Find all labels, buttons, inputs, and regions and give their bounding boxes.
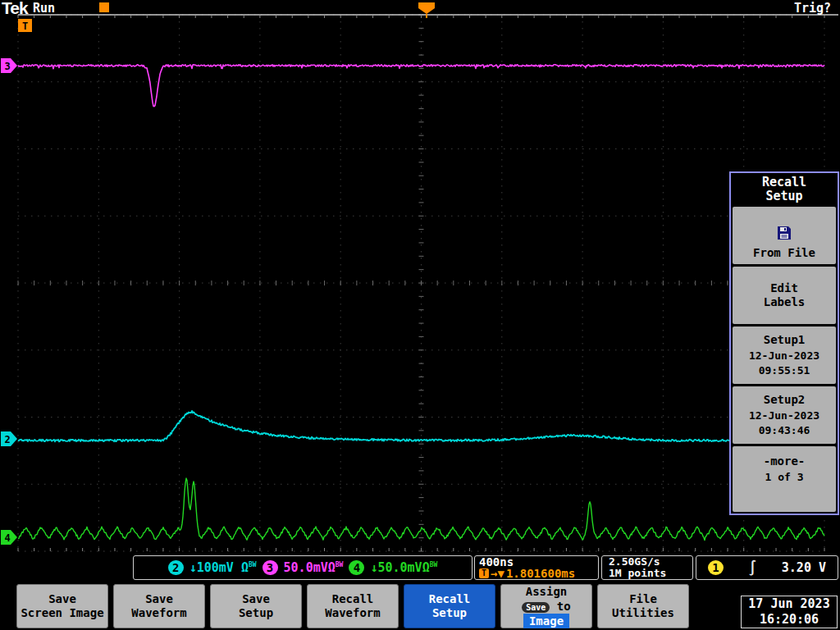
side-menu-setup1-button[interactable]: Setup1 12-Jun-2023 09:55:51 (733, 326, 836, 384)
timebase-scale: 400ns (479, 556, 514, 568)
sample-rate: 2.50GS/s (609, 556, 660, 568)
acquisition-status: Run (33, 1, 55, 16)
rising-edge-icon: ∫ (748, 559, 756, 576)
graticule (18, 15, 838, 551)
trigger-level: 3.20 V (782, 560, 826, 575)
acquisition-readout: 2.50GS/s 1M points (601, 555, 693, 580)
side-menu-edit-labels-button[interactable]: Edit Labels (733, 267, 836, 324)
save-waveform-button[interactable]: Save Waveform (113, 584, 205, 628)
save-setup-button[interactable]: Save Setup (210, 584, 302, 628)
acquisition-marker-icon (99, 2, 109, 12)
datetime-display: 17 Jun 2023 16:20:06 (741, 596, 838, 628)
tek-logo: Tek (2, 0, 28, 18)
save-screen-image-button[interactable]: Save Screen Image (16, 584, 108, 628)
setup1-date: 12-Jun-2023 (749, 349, 819, 363)
ch2-marker[interactable]: 2 (1, 431, 17, 446)
assign-target: Image (523, 614, 569, 628)
ch3-waveform (18, 65, 824, 107)
trigger-source-badge[interactable]: 1 (708, 560, 724, 575)
ch2-badge[interactable]: 2 (168, 560, 184, 575)
trigger-status: Trig? (794, 1, 831, 16)
svg-text:4: 4 (4, 532, 10, 544)
svg-text:3: 3 (4, 61, 10, 72)
recall-waveform-button[interactable]: Recall Waveform (307, 584, 399, 628)
ch4-marker[interactable]: 4 (1, 530, 17, 545)
waveforms (18, 65, 824, 541)
ch4-badge[interactable]: 4 (349, 560, 364, 575)
save-key-icon: Save (522, 602, 550, 613)
assign-line1: Assign (526, 584, 568, 599)
ch4-scale: ↓50.0mVΩBW (370, 560, 437, 575)
side-menu-recall-setup: Recall Setup From File Edit Labels Setup… (729, 171, 839, 515)
floppy-disk-icon (776, 211, 792, 244)
assign-line2: Save to (522, 599, 570, 614)
date-label: 17 Jun 2023 (748, 596, 829, 612)
record-length: 1M points (609, 568, 666, 579)
trigger-level-flag[interactable]: T (18, 19, 32, 32)
file-utilities-button[interactable]: File Utilities (597, 584, 689, 628)
recall-setup-button[interactable]: Recall Setup (404, 584, 495, 628)
side-menu-title: Recall Setup (733, 175, 836, 204)
ch3-marker[interactable]: 3 (1, 58, 17, 73)
setup2-time: 09:43:46 (759, 424, 810, 437)
trigger-readout: 1 ∫ 3.20 V (696, 555, 838, 580)
setup2-label: Setup2 (764, 393, 806, 407)
trigger-position-readout: T→▼1.801600ms (479, 568, 575, 579)
setup2-date: 12-Jun-2023 (749, 409, 819, 422)
side-menu-setup2-button[interactable]: Setup2 12-Jun-2023 09:43:46 (733, 386, 836, 444)
setup1-label: Setup1 (764, 333, 806, 347)
bottom-menu: Save Screen Image Save Waveform Save Set… (16, 584, 689, 628)
ch2-scale: ↓100mV ΩBW (189, 560, 257, 575)
ch3-badge[interactable]: 3 (262, 560, 278, 575)
trigger-t-icon: T (479, 568, 489, 578)
scope-display: T 3 2 4 (0, 0, 840, 630)
side-menu-more-button[interactable]: -more- 1 of 3 (733, 446, 836, 512)
assign-save-button[interactable]: Assign Save to Image (500, 584, 592, 628)
more-label: -more- (764, 454, 806, 468)
time-label: 16:20:06 (760, 612, 819, 628)
side-menu-from-file-button[interactable]: From File (733, 207, 836, 264)
timebase-readout: 400ns T→▼1.801600ms (474, 555, 599, 580)
channel-readouts: 2 ↓100mV ΩBW 3 50.0mVΩBW 4 ↓50.0mVΩBW (133, 555, 472, 580)
svg-text:2: 2 (4, 434, 10, 445)
from-file-label: From File (753, 246, 815, 260)
ch3-scale: 50.0mVΩBW (284, 560, 344, 575)
svg-text:T: T (22, 21, 28, 32)
more-page: 1 of 3 (765, 471, 804, 484)
setup1-time: 09:55:51 (759, 364, 810, 377)
